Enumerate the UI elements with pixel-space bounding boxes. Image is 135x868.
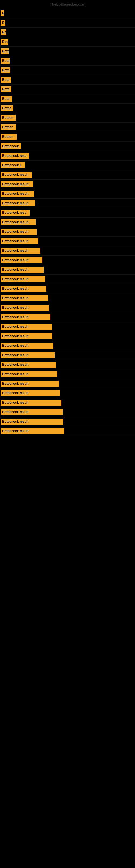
bottleneck-result-label: Bottl <box>1 67 10 73</box>
bottleneck-result-label: Bottl <box>1 96 12 102</box>
list-item: Bottleneck r <box>0 161 135 170</box>
list-item: Bottleneck result <box>0 255 135 265</box>
list-item: Bottleneck result <box>0 341 135 350</box>
bottleneck-result-label: B <box>1 10 4 16</box>
site-title: TheBottlenecker.com <box>0 0 135 9</box>
bottleneck-result-label: Bottleneck r <box>1 162 25 168</box>
bottleneck-result-label: Bottleneck result <box>1 200 35 206</box>
bottleneck-result-label: Bottleneck result <box>1 418 63 425</box>
bottleneck-result-label: Bottleneck result <box>1 390 60 396</box>
list-item: Bottleneck result <box>0 180 135 189</box>
list-item: Bottl <box>0 85 135 94</box>
bottleneck-result-label: Bott <box>1 48 9 54</box>
bottleneck-result-label: Bottleneck result <box>1 333 52 339</box>
site-header: TheBottlenecker.com <box>0 0 135 9</box>
bottleneck-result-label: Bott <box>1 39 8 45</box>
bottleneck-result-label: Bottleneck result <box>1 267 44 273</box>
bottleneck-result-label: Bottleneck result <box>1 286 46 291</box>
list-item: Bottleneck result <box>0 218 135 227</box>
list-item: Bottleneck result <box>0 293 135 303</box>
list-item: Bo <box>0 28 135 37</box>
list-item: Bottleneck result <box>0 407 135 417</box>
bottleneck-result-label: Bottl <box>1 77 11 83</box>
list-item: Bottleneck result <box>0 389 135 398</box>
bottleneck-result-label: Bottleneck result <box>1 295 48 301</box>
list-item: Bottl <box>0 94 135 104</box>
list-item: Bottleneck result <box>0 312 135 322</box>
bottleneck-result-label: Bottlen <box>1 124 16 130</box>
list-item: Bottlen <box>0 113 135 123</box>
bottleneck-result-label: Bottleneck result <box>1 229 37 235</box>
list-item: Bottleneck result <box>0 265 135 275</box>
list-item: Bottleneck result <box>0 332 135 341</box>
list-item: Bottleneck result <box>0 369 135 379</box>
list-item: Bottleneck result <box>0 350 135 360</box>
list-item: Bottleneck resu <box>0 151 135 161</box>
results-list: BBoBoBottBottBottlBottlBottlBottlBottlBo… <box>0 9 135 436</box>
bottleneck-result-label: Bottleneck result <box>1 371 57 377</box>
bottleneck-result-label: Bottleneck resu <box>1 153 29 159</box>
list-item: Bottlen <box>0 132 135 142</box>
bottleneck-result-label: Bottleneck result <box>1 191 34 197</box>
bottleneck-result-label: Bottleneck result <box>1 400 61 405</box>
bottleneck-result-label: Bottleneck result <box>1 409 63 415</box>
list-item: Bott <box>0 37 135 46</box>
bottleneck-result-label: Bottleneck result <box>1 172 32 178</box>
bottleneck-result-label: Bottleneck result <box>1 238 38 244</box>
list-item: Bottl <box>0 56 135 66</box>
list-item: Bottleneck result <box>0 275 135 284</box>
list-item: Bottleneck result <box>0 227 135 237</box>
bottleneck-result-label: Bottleneck result <box>1 276 45 282</box>
list-item: Bottleneck result <box>0 426 135 436</box>
list-item: Bottleneck result <box>0 189 135 198</box>
bottleneck-result-label: Bottleneck result <box>1 314 50 320</box>
list-item: Bottleneck result <box>0 322 135 332</box>
bottleneck-result-label: Bottleneck result <box>1 305 49 311</box>
list-item: Bo <box>0 18 135 28</box>
list-item: Bott <box>0 46 135 56</box>
bottleneck-result-label: Bo <box>1 29 6 35</box>
bottleneck-result-label: Bottle <box>1 105 13 111</box>
list-item: Bottleneck result <box>0 284 135 293</box>
list-item: Bottleneck result <box>0 246 135 255</box>
bottleneck-result-label: Bottleneck result <box>1 362 56 368</box>
list-item: Bottleneck result <box>0 360 135 369</box>
bottleneck-result-label: Bottleneck result <box>1 219 36 225</box>
list-item: Bottleneck resu <box>0 208 135 218</box>
bottleneck-result-label: Bottleneck result <box>1 248 41 254</box>
list-item: Bottleneck result <box>0 398 135 407</box>
list-item: Bottl <box>0 66 135 75</box>
bottleneck-result-label: Bottleneck result <box>1 352 54 358</box>
bottleneck-result-label: Bottleneck result <box>1 343 53 348</box>
bottleneck-result-label: Bo <box>1 20 5 26</box>
list-item: Bottleneck result <box>0 170 135 180</box>
list-item: B <box>0 9 135 18</box>
list-item: Bottleneck result <box>0 198 135 208</box>
list-item: Bottl <box>0 75 135 85</box>
list-item: Bottlen <box>0 123 135 132</box>
bottleneck-result-label: Bottl <box>1 58 10 64</box>
list-item: Bottleneck result <box>0 237 135 246</box>
bottleneck-result-label: Bottleneck result <box>1 380 58 386</box>
bottleneck-result-label: Bottleneck result <box>1 428 64 434</box>
bottleneck-result-label: Bottleneck result <box>1 181 33 187</box>
list-item: Bottleneck <box>0 142 135 151</box>
list-item: Bottleneck result <box>0 303 135 312</box>
bottleneck-result-label: Bottlen <box>1 115 16 121</box>
bottleneck-result-label: Bottlen <box>1 134 17 140</box>
bottleneck-result-label: Bottl <box>1 86 11 92</box>
bottleneck-result-label: Bottleneck <box>1 143 21 149</box>
list-item: Bottleneck result <box>0 417 135 426</box>
bottleneck-result-label: Bottleneck resu <box>1 210 30 216</box>
bottleneck-result-label: Bottleneck result <box>1 257 42 263</box>
bottleneck-result-label: Bottleneck result <box>1 323 52 330</box>
list-item: Bottle <box>0 104 135 113</box>
list-item: Bottleneck result <box>0 379 135 389</box>
